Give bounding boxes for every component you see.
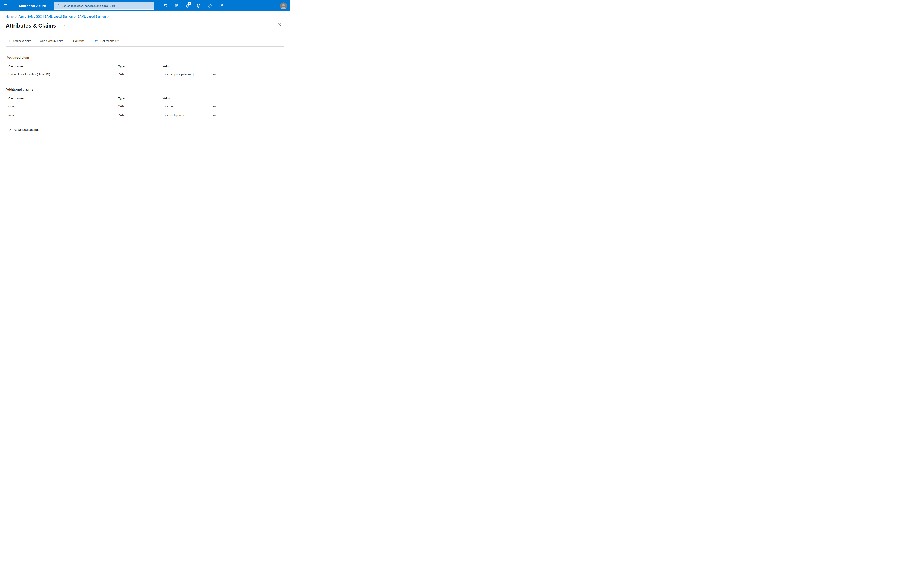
required-claim-heading: Required claim bbox=[5, 55, 290, 59]
cell-value: user.mail bbox=[163, 105, 207, 108]
cell-type: SAML bbox=[118, 114, 163, 117]
add-new-claim-label: Add new claim bbox=[13, 39, 31, 43]
column-header-claim-name[interactable]: Claim name bbox=[5, 64, 118, 68]
add-group-claim-label: Add a group claim bbox=[40, 39, 63, 43]
column-header-claim-name[interactable]: Claim name bbox=[5, 97, 118, 100]
title-row: Attributes & Claims bbox=[6, 22, 290, 30]
row-context-menu-button[interactable] bbox=[212, 72, 217, 76]
notifications-button[interactable]: 6 bbox=[182, 0, 193, 12]
got-feedback-label: Got feedback? bbox=[101, 39, 119, 43]
more-options-button[interactable] bbox=[64, 25, 68, 27]
close-button[interactable] bbox=[277, 22, 282, 27]
close-icon bbox=[277, 23, 281, 26]
filter-icon bbox=[174, 3, 179, 8]
cell-type: SAML bbox=[118, 105, 163, 108]
help-icon bbox=[208, 3, 212, 8]
cell-claim-name: Unique User Identifier (Name ID) bbox=[5, 72, 118, 76]
table-header-row: Claim name Type Value bbox=[5, 95, 217, 102]
search-input[interactable] bbox=[61, 4, 152, 7]
breadcrumb-home[interactable]: Home bbox=[6, 15, 14, 18]
breadcrumb-separator: > bbox=[107, 15, 109, 18]
feedback-icon bbox=[219, 3, 223, 8]
page-title: Attributes & Claims bbox=[6, 23, 56, 29]
topbar: Microsoft Azure bbox=[0, 0, 290, 12]
global-search-box[interactable] bbox=[54, 2, 155, 10]
cell-type: SAML bbox=[118, 72, 163, 76]
required-claim-table: Claim name Type Value Unique User Identi… bbox=[5, 63, 217, 79]
breadcrumb-separator: > bbox=[15, 15, 17, 18]
ellipsis-icon bbox=[213, 106, 214, 107]
microsoft-azure-logo[interactable]: Microsoft Azure bbox=[19, 4, 46, 8]
help-button[interactable] bbox=[205, 0, 216, 12]
got-feedback-button[interactable]: Got feedback? bbox=[94, 39, 119, 43]
cloud-shell-button[interactable] bbox=[160, 0, 171, 12]
settings-button[interactable] bbox=[193, 0, 205, 12]
subscription-filter-button[interactable] bbox=[171, 0, 182, 12]
azure-portal-page: Microsoft Azure bbox=[0, 0, 290, 132]
row-context-menu-button[interactable] bbox=[212, 114, 217, 117]
got-feedback-icon bbox=[94, 39, 99, 43]
row-context-menu-button[interactable] bbox=[212, 105, 217, 108]
plus-icon bbox=[35, 40, 38, 43]
cell-claim-name: name bbox=[5, 114, 118, 117]
feedback-button[interactable] bbox=[216, 0, 226, 12]
columns-icon bbox=[68, 39, 71, 43]
topbar-icon-group: 6 bbox=[160, 0, 226, 12]
breadcrumb-app[interactable]: Azure SAML SSO | SAML-based Sign-on bbox=[18, 15, 73, 18]
advanced-settings-label: Advanced settings bbox=[14, 128, 40, 132]
cell-value: user.displayname bbox=[163, 114, 207, 117]
chevron-down-icon bbox=[8, 128, 11, 131]
table-row[interactable]: email SAML user.mail bbox=[5, 102, 217, 111]
ellipsis-icon bbox=[213, 115, 214, 116]
search-icon bbox=[56, 4, 60, 8]
cell-value: user.userprincipalname [... bbox=[163, 72, 207, 76]
table-row[interactable]: name SAML user.displayname bbox=[5, 111, 217, 120]
ellipsis-icon bbox=[64, 25, 65, 26]
table-row[interactable]: Unique User Identifier (Name ID) SAML us… bbox=[5, 70, 217, 79]
ellipsis-icon bbox=[213, 74, 214, 75]
advanced-settings-toggle[interactable]: Advanced settings bbox=[8, 128, 40, 132]
column-header-value[interactable]: Value bbox=[163, 64, 207, 68]
command-bar: Add new claim Add a group claim Columns … bbox=[8, 39, 290, 43]
cloud-shell-icon bbox=[163, 3, 168, 8]
add-group-claim-button[interactable]: Add a group claim bbox=[35, 39, 63, 43]
additional-claims-table: Claim name Type Value email SAML user.ma… bbox=[5, 95, 217, 120]
additional-claims-heading: Additional claims bbox=[5, 87, 290, 92]
add-new-claim-button[interactable]: Add new claim bbox=[8, 39, 31, 43]
column-header-type[interactable]: Type bbox=[118, 64, 163, 68]
columns-label: Columns bbox=[73, 39, 84, 43]
column-header-type[interactable]: Type bbox=[118, 97, 163, 100]
cell-claim-name: email bbox=[5, 105, 118, 108]
hamburger-menu-button[interactable] bbox=[0, 0, 11, 12]
avatar-icon bbox=[280, 2, 287, 10]
plus-icon bbox=[8, 40, 11, 43]
table-header-row: Claim name Type Value bbox=[5, 63, 217, 70]
hamburger-icon bbox=[4, 4, 7, 5]
avatar[interactable] bbox=[280, 2, 287, 10]
required-claim-section: Required claim Claim name Type Value Uni… bbox=[0, 55, 290, 79]
breadcrumb: Home > Azure SAML SSO | SAML-based Sign-… bbox=[6, 15, 290, 18]
gear-icon bbox=[196, 3, 201, 8]
columns-button[interactable]: Columns bbox=[68, 39, 84, 43]
breadcrumb-sso[interactable]: SAML-based Sign-on bbox=[78, 15, 106, 18]
toolbar-rule bbox=[5, 46, 284, 47]
column-header-value[interactable]: Value bbox=[163, 97, 207, 100]
additional-claims-section: Additional claims Claim name Type Value … bbox=[0, 87, 290, 120]
notification-badge: 6 bbox=[188, 2, 191, 5]
breadcrumb-separator: > bbox=[74, 15, 76, 18]
